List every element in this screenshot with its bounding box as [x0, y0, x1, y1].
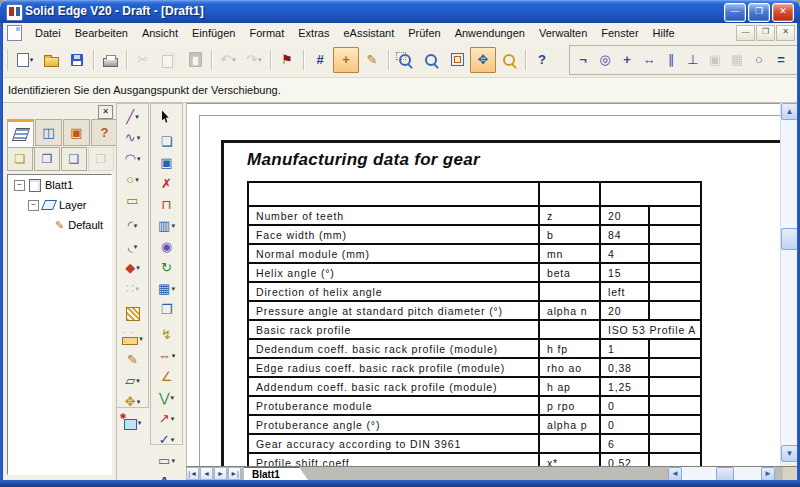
last-sheet-button[interactable]: ►| [228, 467, 241, 480]
midpoint-relationship-button[interactable]: + [616, 47, 638, 73]
pan-button[interactable]: ✥ [470, 47, 496, 73]
intellisketch-button[interactable]: ✎ [359, 47, 385, 73]
tree-item-default[interactable]: ✎Default [8, 215, 111, 235]
coordinate-dimension-dropdown-icon[interactable]: ▾ [171, 394, 175, 402]
vertical-scrollbar[interactable]: ▲ ▼ [780, 103, 798, 463]
child-close-button[interactable]: ✕ [776, 25, 795, 41]
parts-list-button[interactable]: ▦▾ [151, 278, 182, 299]
line-tool-button[interactable]: ╱▾ [117, 106, 148, 127]
datum-frame-dropdown-icon[interactable]: ▾ [171, 436, 175, 444]
concentric-relationship-button[interactable]: ◎ [594, 47, 616, 73]
perpendicular-relationship-button[interactable]: ⊥ [682, 47, 704, 73]
maximize-restore-button[interactable]: ❐ [748, 3, 770, 22]
connect-view-button[interactable]: ❐ [151, 299, 182, 320]
grid-button[interactable]: # [307, 47, 333, 73]
move-tool-button[interactable]: ✥▾ [117, 391, 148, 412]
menu-format[interactable]: Format [242, 25, 291, 41]
expander-icon[interactable]: − [14, 180, 25, 191]
library-tab[interactable]: ◫ [35, 119, 62, 146]
move-to-layer-button[interactable]: ❑ [61, 147, 87, 171]
drawing-view-button[interactable]: ▣ [151, 152, 182, 173]
line-tool-dropdown-icon[interactable]: ▾ [135, 113, 139, 121]
equal-relationship-button[interactable]: = [770, 47, 792, 73]
minimize-button[interactable]: — [724, 3, 746, 22]
smart-dimension-button[interactable]: ↯ [151, 324, 182, 345]
leader-button[interactable]: ↗▾ [151, 408, 182, 429]
scroll-right-icon[interactable]: ► [761, 467, 775, 481]
curve-tool-button[interactable]: ∿▾ [117, 127, 148, 148]
horizontal-scrollbar[interactable]: ◄ ► [668, 467, 775, 481]
scroll-down-icon[interactable]: ▼ [781, 445, 798, 462]
datum-frame-button[interactable]: ✓▾ [151, 429, 182, 450]
menu-bearbeiten[interactable]: Bearbeiten [68, 25, 135, 41]
scroll-left-icon[interactable]: ◄ [668, 467, 682, 481]
help-tab[interactable]: ? [91, 119, 118, 146]
format-painter-flag-button[interactable]: ⚑ [274, 47, 300, 73]
new-layer-button[interactable]: ❏ [7, 147, 33, 171]
arc-tool-button[interactable]: ◠▾ [117, 148, 148, 169]
isometric-box-tool-dropdown-icon[interactable]: ▾ [136, 377, 140, 385]
edgebar-close-icon[interactable]: ✕ [98, 105, 113, 119]
first-sheet-button[interactable]: |◄ [186, 467, 199, 480]
zoom-button[interactable] [418, 47, 444, 73]
parts-list-dropdown-icon[interactable]: ▾ [171, 285, 175, 293]
pattern-tool-dropdown-icon[interactable]: ▾ [135, 285, 139, 293]
curve-tool-dropdown-icon[interactable]: ▾ [137, 134, 141, 142]
copy-layer-button[interactable]: ❐ [34, 147, 60, 171]
next-sheet-button[interactable]: ► [214, 467, 227, 480]
expander-icon[interactable]: − [28, 200, 39, 211]
fill-tool-button[interactable]: ◆▾ [117, 257, 148, 278]
new-document-dropdown-icon[interactable]: ▾ [30, 56, 34, 64]
rectangle-tool-button[interactable]: ▭ [117, 190, 148, 211]
menu-verwalten[interactable]: Verwalten [532, 25, 594, 41]
annotation-sheet-tool-button[interactable]: ✎ [117, 349, 148, 370]
distance-between-button[interactable]: ⇔▾ [151, 345, 182, 366]
print-button[interactable] [97, 47, 123, 73]
balloon-label-dropdown-icon[interactable]: ▾ [171, 457, 175, 465]
menu-prüfen[interactable]: Prüfen [401, 25, 447, 41]
dimension-ruler-tool-button[interactable]: ▾ [117, 328, 148, 349]
tree-item-blatt1[interactable]: −Blatt1 [8, 175, 111, 195]
help-select-button[interactable]: ? [529, 47, 555, 73]
angle-between-button[interactable]: ∠ [151, 366, 182, 387]
move-tool-dropdown-icon[interactable]: ▾ [137, 398, 141, 406]
child-restore-button[interactable]: ❐ [756, 25, 775, 41]
fillet-tool-dropdown-icon[interactable]: ▾ [134, 222, 138, 230]
scroll-up-icon[interactable]: ▲ [781, 103, 798, 120]
connect-relationship-button[interactable]: ¬ [572, 47, 594, 73]
trim-corner-tool-button[interactable]: ◟▾ [117, 236, 148, 257]
alignment-indicator-button[interactable]: + [333, 47, 359, 73]
leader-dropdown-icon[interactable]: ▾ [171, 415, 175, 423]
parallel-relationship-button[interactable]: ∥ [660, 47, 682, 73]
section-view-dropdown-icon[interactable]: ▾ [171, 222, 175, 230]
groups-tab[interactable]: ▣ [63, 119, 90, 146]
isometric-box-tool-button[interactable]: ▱▾ [117, 370, 148, 391]
undo-dropdown-icon[interactable]: ▾ [232, 56, 236, 64]
fill-tool-dropdown-icon[interactable]: ▾ [136, 264, 140, 272]
coordinate-dimension-button[interactable]: ⋁▾ [151, 387, 182, 408]
cutting-plane-button[interactable]: ⊓ [151, 194, 182, 215]
menu-eassistant[interactable]: eAssistant [336, 25, 401, 41]
principal-view-button[interactable]: ✗ [151, 173, 182, 194]
distance-between-dropdown-icon[interactable]: ▾ [172, 352, 176, 360]
circle-tool-dropdown-icon[interactable]: ▾ [135, 176, 139, 184]
dimension-ruler-tool-dropdown-icon[interactable]: ▾ [139, 335, 143, 343]
menu-fenster[interactable]: Fenster [594, 25, 645, 41]
new-document-button[interactable]: ▾ [12, 47, 38, 73]
child-minimize-button[interactable]: — [736, 25, 755, 41]
save-button[interactable] [64, 47, 90, 73]
hatch-tool-button[interactable] [117, 303, 148, 324]
close-button[interactable]: ✕ [772, 3, 794, 22]
redo-dropdown-icon[interactable]: ▾ [258, 56, 262, 64]
balloon-label-button[interactable]: ▭▾ [151, 450, 182, 471]
gear-table[interactable]: Number of teethz20Face width (mm)b84Norm… [247, 181, 702, 466]
open-button[interactable] [38, 47, 64, 73]
menu-hilfe[interactable]: Hilfe [646, 25, 682, 41]
menu-anwendungen[interactable]: Anwendungen [448, 25, 532, 41]
horizontal-scroll-thumb[interactable] [716, 467, 734, 481]
menu-extras[interactable]: Extras [291, 25, 336, 41]
select-tool-button[interactable] [151, 106, 182, 127]
menu-datei[interactable]: Datei [28, 25, 68, 41]
previous-sheet-button[interactable]: ◄ [200, 467, 213, 480]
fillet-tool-button[interactable]: ◜▾ [117, 215, 148, 236]
